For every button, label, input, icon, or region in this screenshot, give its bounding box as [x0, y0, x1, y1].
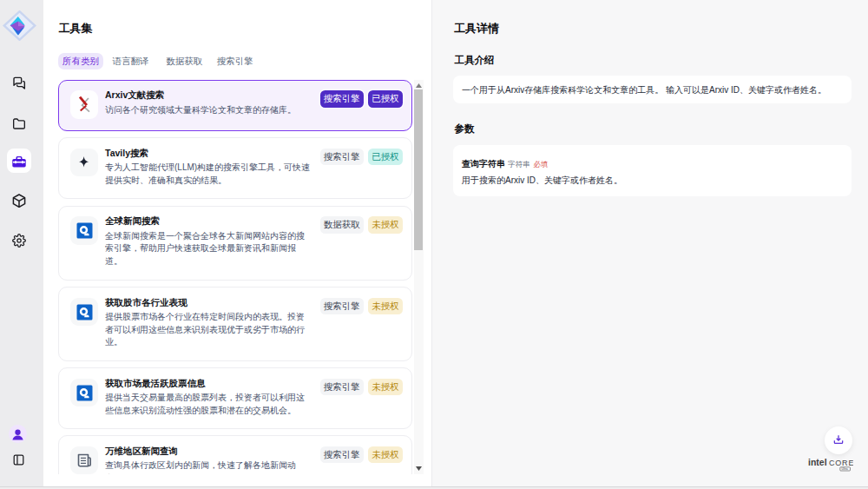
svg-text:intel: intel: [808, 457, 827, 467]
svg-text:Ultra: Ultra: [842, 467, 848, 471]
svg-text:CORE: CORE: [829, 459, 853, 467]
